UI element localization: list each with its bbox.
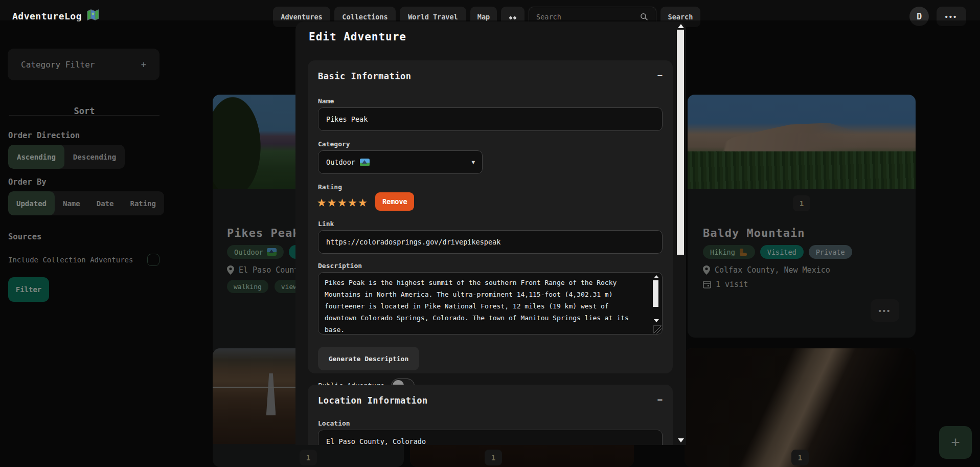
scroll-down-icon[interactable] bbox=[678, 438, 684, 442]
park-emoji-icon bbox=[360, 159, 370, 166]
category-select[interactable]: Outdoor ▼ bbox=[318, 150, 483, 174]
description-textarea[interactable]: Pikes Peak is the highest summit of the … bbox=[318, 272, 663, 335]
chevron-down-icon: ▼ bbox=[471, 159, 475, 166]
edit-adventure-modal: Edit Adventure Basic Information − Name … bbox=[295, 21, 686, 445]
category-label: Category bbox=[318, 140, 350, 148]
collapse-section-button[interactable]: − bbox=[657, 71, 663, 81]
resize-handle[interactable] bbox=[653, 325, 662, 333]
star-icon[interactable]: ★ bbox=[337, 194, 347, 209]
section-title: Basic Information bbox=[318, 71, 412, 81]
remove-rating-button[interactable]: Remove bbox=[375, 192, 414, 211]
link-input[interactable] bbox=[318, 230, 663, 254]
star-icon[interactable]: ★ bbox=[358, 194, 367, 209]
section-title: Location Information bbox=[318, 395, 428, 406]
rating-label: Rating bbox=[318, 183, 342, 191]
location-label: Location bbox=[318, 419, 350, 427]
location-input[interactable] bbox=[318, 430, 663, 445]
star-icon[interactable]: ★ bbox=[317, 194, 326, 209]
link-label: Link bbox=[318, 220, 334, 228]
modal-scrollbar[interactable] bbox=[676, 21, 685, 445]
location-information-section: Location Information − Location bbox=[308, 385, 673, 445]
name-input[interactable] bbox=[318, 107, 663, 131]
scroll-down-icon[interactable] bbox=[654, 319, 659, 322]
rating-stars: ★ ★ ★ ★ ★ Remove bbox=[317, 192, 414, 211]
app-title: AdventureLog bbox=[12, 11, 82, 21]
scrollbar-thumb[interactable] bbox=[653, 280, 658, 307]
description-label: Description bbox=[318, 262, 362, 270]
scroll-up-icon[interactable] bbox=[678, 24, 684, 28]
ellipsis-icon: ••• bbox=[945, 12, 958, 21]
scroll-up-icon[interactable] bbox=[654, 275, 659, 278]
generate-description-button[interactable]: Generate Description bbox=[318, 347, 419, 370]
star-icon[interactable]: ★ bbox=[348, 194, 357, 209]
textarea-scrollbar[interactable] bbox=[652, 274, 660, 333]
scrollbar-thumb[interactable] bbox=[677, 30, 684, 255]
modal-title: Edit Adventure bbox=[309, 31, 406, 43]
name-label: Name bbox=[318, 97, 334, 105]
collapse-section-button[interactable]: − bbox=[657, 395, 663, 406]
quote-icon bbox=[509, 16, 516, 19]
star-icon[interactable]: ★ bbox=[327, 194, 336, 209]
basic-information-section: Basic Information − Name Category Outdoo… bbox=[308, 60, 673, 373]
